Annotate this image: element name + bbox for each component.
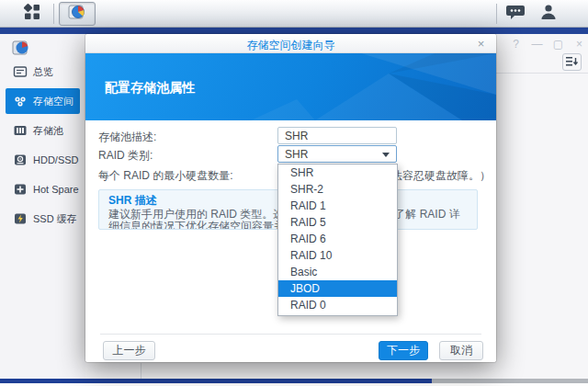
raid-type-value: SHR xyxy=(285,148,308,161)
dropdown-option-shr2[interactable]: SHR-2 xyxy=(278,181,397,198)
dropdown-option-raid0[interactable]: RAID 0 xyxy=(278,297,397,313)
raid-type-dropdown: SHR SHR-2 RAID 1 RAID 5 RAID 6 RAID 10 B… xyxy=(277,164,398,316)
dropdown-option-raid1[interactable]: RAID 1 xyxy=(278,198,397,214)
storage-manager-icon xyxy=(68,3,86,25)
raid-type-select[interactable]: SHR xyxy=(277,145,397,163)
storage-manager-taskbar-button[interactable] xyxy=(59,2,96,26)
dropdown-option-shr[interactable]: SHR xyxy=(278,165,397,181)
taskbar-separator xyxy=(53,4,54,24)
chat-icon xyxy=(505,3,526,25)
main-menu-button[interactable] xyxy=(13,2,51,26)
chevron-down-icon xyxy=(382,153,390,157)
dropdown-option-basic[interactable]: Basic xyxy=(278,264,397,280)
dialog-footer: 上一步 下一步 取消 xyxy=(85,334,496,362)
user-icon xyxy=(539,3,558,25)
taskbar-separator-right xyxy=(496,4,497,24)
next-button[interactable]: 下一步 xyxy=(379,341,428,360)
dropdown-option-raid5[interactable]: RAID 5 xyxy=(278,214,397,231)
dropdown-option-raid6[interactable]: RAID 6 xyxy=(278,231,397,247)
dialog-close-icon[interactable]: × xyxy=(474,37,488,51)
window-bottom-border xyxy=(0,379,588,383)
window-bottom-border-blue xyxy=(0,379,432,383)
raid-type-label: RAID 类别: xyxy=(98,148,153,164)
screen: 总览 存储空间 存储池 xyxy=(0,0,588,386)
dialog-title: 存储空间创建向导 xyxy=(85,38,496,53)
back-button[interactable]: 上一步 xyxy=(103,341,155,360)
dropdown-option-jbod[interactable]: JBOD xyxy=(278,280,397,297)
taskbar xyxy=(0,0,588,28)
dialog-titlebar: 存储空间创建向导 × xyxy=(85,34,496,53)
description-input[interactable] xyxy=(277,127,397,144)
dialog-header-banner: 配置存储池属性 xyxy=(85,53,496,120)
main-menu-icon xyxy=(23,3,41,25)
description-label: 存储池描述: xyxy=(98,130,156,145)
cancel-button[interactable]: 取消 xyxy=(439,341,483,360)
dropdown-option-raid10[interactable]: RAID 10 xyxy=(278,247,397,264)
min-disks-label: 每个 RAID 的最小硬盘数量: xyxy=(98,168,233,184)
storage-creation-wizard-dialog: 存储空间创建向导 × 配置存储池属性 存储池描述: RAID 类别: SHR 每… xyxy=(85,34,496,362)
chat-button[interactable] xyxy=(502,4,529,24)
user-button[interactable] xyxy=(535,4,562,24)
dialog-heading: 配置存储池属性 xyxy=(105,80,195,96)
